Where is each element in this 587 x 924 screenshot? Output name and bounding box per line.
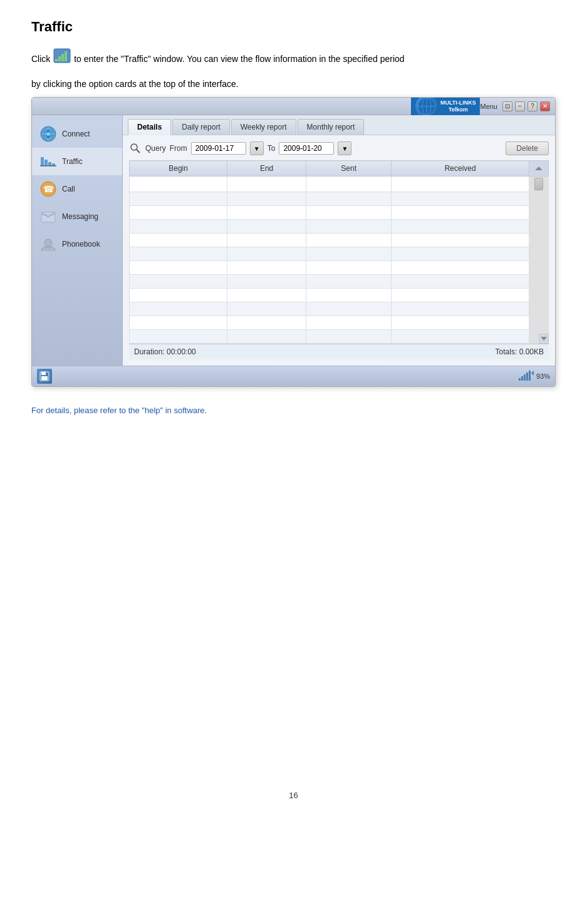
table-cell: [227, 177, 306, 192]
table-cell: [227, 275, 306, 289]
table-row: [130, 316, 549, 330]
table-cell: [392, 177, 529, 192]
sidebar-item-messaging[interactable]: Messaging: [32, 203, 122, 230]
table-cell: [306, 247, 392, 261]
svg-rect-29: [41, 376, 48, 380]
table-cell: [392, 289, 529, 302]
table-header-row: Begin End Sent Received: [130, 161, 549, 177]
table-cell: [306, 177, 392, 192]
messaging-icon: [39, 208, 57, 225]
tab-monthly-report[interactable]: Monthly report: [298, 119, 365, 135]
restore-button[interactable]: ⊡: [502, 101, 512, 111]
from-date-input[interactable]: [191, 142, 246, 155]
scrollbar-down-arrow[interactable]: [539, 334, 549, 344]
sidebar-item-call[interactable]: ☎ Call: [32, 175, 122, 203]
table-cell: [306, 289, 392, 302]
scrollbar-cell: [529, 234, 549, 247]
to-date-input[interactable]: [279, 142, 334, 155]
call-icon: ☎: [39, 180, 57, 198]
table-row: [130, 247, 549, 261]
table-cell: [130, 247, 227, 261]
table-cell: [130, 234, 227, 247]
signal-area: 93%: [519, 371, 550, 382]
tab-bar: Details Daily report Weekly report Month…: [123, 115, 555, 135]
table-row: [130, 234, 549, 247]
table-cell: [227, 247, 306, 261]
scrollbar-cell: [529, 192, 549, 206]
sidebar: Connect Traffic: [32, 115, 123, 366]
table-body: [130, 177, 549, 344]
close-button[interactable]: ✕: [540, 101, 550, 111]
minimize-button[interactable]: −: [515, 101, 525, 111]
tab-weekly-report[interactable]: Weekly report: [231, 119, 296, 135]
scrollbar-cell: [529, 177, 549, 192]
title-bar-controls: Menu ⊡ − ? ✕: [480, 101, 550, 111]
table-cell: [130, 206, 227, 220]
table-cell: [227, 316, 306, 330]
table-cell: [306, 192, 392, 206]
sidebar-messaging-label: Messaging: [62, 212, 98, 221]
delete-button[interactable]: Delete: [506, 141, 549, 155]
table-cell: [227, 261, 306, 275]
table-cell: [130, 289, 227, 302]
svg-rect-34: [529, 371, 531, 381]
svg-marker-26: [541, 337, 547, 341]
phonebook-icon: [39, 235, 57, 253]
table-row: [130, 330, 549, 344]
table-cell: [306, 234, 392, 247]
svg-rect-3: [61, 54, 64, 61]
col-sent: Sent: [306, 161, 392, 177]
svg-marker-25: [535, 167, 543, 170]
to-date-picker-button[interactable]: ▼: [338, 141, 351, 155]
svg-rect-15: [48, 162, 51, 166]
tab-daily-report[interactable]: Daily report: [172, 119, 229, 135]
table-cell: [130, 220, 227, 234]
table-row: [130, 206, 549, 220]
svg-text:☎: ☎: [43, 184, 54, 194]
page-title: Traffic: [31, 19, 556, 35]
help-button[interactable]: ?: [527, 101, 538, 111]
table-cell: [392, 234, 529, 247]
table-cell: [392, 220, 529, 234]
sidebar-connect-label: Connect: [62, 130, 90, 138]
traffic-toolbar-icon: [53, 48, 71, 71]
sidebar-item-traffic[interactable]: Traffic: [32, 148, 122, 175]
table-cell: [130, 261, 227, 275]
table-cell: [306, 316, 392, 330]
save-icon[interactable]: [37, 369, 52, 384]
table-cell: [306, 261, 392, 275]
intro-click-text: Click: [31, 54, 50, 64]
from-date-picker-button[interactable]: ▼: [250, 141, 264, 155]
table-cell: [227, 206, 306, 220]
bottom-bar: 93%: [32, 366, 555, 386]
table-cell: [392, 330, 529, 344]
col-begin: Begin: [130, 161, 227, 177]
menu-label[interactable]: Menu: [480, 103, 497, 110]
tab-details[interactable]: Details: [128, 119, 171, 135]
scrollbar-cell: [529, 302, 549, 316]
signal-icon: [519, 371, 534, 382]
intro-text: to enter the "Traffic" window. You can v…: [74, 54, 404, 64]
table-cell: [306, 206, 392, 220]
svg-point-23: [131, 144, 137, 150]
scrollbar-cell: [529, 247, 549, 261]
table-cell: [306, 302, 392, 316]
help-text: For details, please refer to the "help" …: [31, 406, 556, 415]
scrollbar-cell: [529, 261, 549, 275]
scrollbar-header: [529, 161, 549, 177]
table-cell: [392, 261, 529, 275]
app-body: Connect Traffic: [32, 115, 555, 366]
table-cell: [227, 289, 306, 302]
table-row: [130, 302, 549, 316]
sidebar-item-phonebook[interactable]: Phonebook: [32, 230, 122, 258]
intro-line2: by clicking the option cards at the top …: [31, 76, 556, 92]
page-number: 16: [31, 791, 556, 800]
svg-rect-4: [65, 51, 67, 61]
table-row: [130, 275, 549, 289]
search-icon: [129, 142, 142, 155]
table-cell: [227, 330, 306, 344]
svg-rect-13: [41, 157, 44, 166]
sidebar-item-connect[interactable]: Connect: [32, 120, 122, 148]
table-row: [130, 220, 549, 234]
connect-icon: [39, 125, 57, 143]
